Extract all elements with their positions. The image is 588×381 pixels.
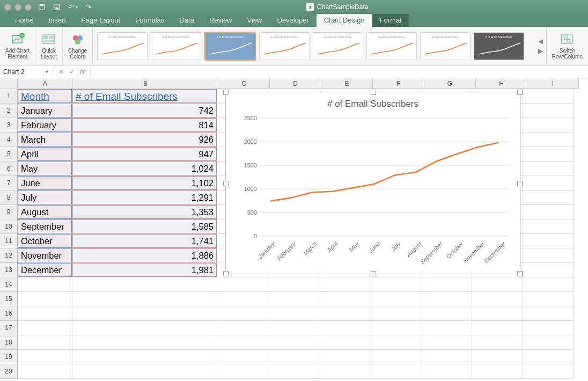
tab-data[interactable]: Data xyxy=(172,14,201,27)
tab-home[interactable]: Home xyxy=(8,14,41,27)
row-header-9[interactable]: 9 xyxy=(0,205,18,219)
cell-F19[interactable] xyxy=(370,350,421,364)
redo-icon[interactable]: ↷ xyxy=(85,3,92,11)
cell-B15[interactable] xyxy=(72,292,217,306)
column-header-F[interactable]: F xyxy=(373,78,424,89)
column-header-E[interactable]: E xyxy=(321,78,373,89)
tab-view[interactable]: View xyxy=(240,14,270,27)
row-header-14[interactable]: 14 xyxy=(0,277,18,292)
cell-A14[interactable] xyxy=(18,277,72,292)
chevron-down-icon[interactable]: ▼ xyxy=(45,69,49,75)
cell-G19[interactable] xyxy=(421,350,472,364)
confirm-formula-icon[interactable]: ✓ xyxy=(69,68,75,76)
cell-I13[interactable] xyxy=(523,263,574,277)
cell-C16[interactable] xyxy=(217,306,268,321)
cell-G14[interactable] xyxy=(421,277,472,292)
cell-A19[interactable] xyxy=(18,350,72,364)
cell-A20[interactable] xyxy=(18,364,72,379)
quick-layout-button[interactable]: Quick Layout xyxy=(35,27,63,65)
cell-D16[interactable] xyxy=(268,306,319,321)
column-header-C[interactable]: C xyxy=(218,78,270,89)
cell-B6[interactable]: 1,024 xyxy=(72,162,217,176)
column-header-D[interactable]: D xyxy=(270,78,321,89)
cell-B19[interactable] xyxy=(72,350,217,364)
cell-G17[interactable] xyxy=(421,321,472,335)
cell-I17[interactable] xyxy=(523,321,574,335)
row-header-6[interactable]: 6 xyxy=(0,162,18,176)
cell-A18[interactable] xyxy=(18,335,72,350)
row-header-13[interactable]: 13 xyxy=(0,263,18,277)
change-colors-button[interactable]: Change Colors xyxy=(63,27,93,65)
cell-B12[interactable]: 1,886 xyxy=(72,248,217,263)
cell-E19[interactable] xyxy=(319,350,370,364)
cell-G15[interactable] xyxy=(421,292,472,306)
chart-style-7[interactable]: # of Email Subscribers xyxy=(420,32,471,60)
chart-styles-nav[interactable]: ◀ ▶ xyxy=(535,27,546,65)
cell-B1[interactable]: # of Email Subscribers xyxy=(72,89,217,104)
add-chart-element-button[interactable]: + Add Chart Element xyxy=(0,27,35,65)
cell-I20[interactable] xyxy=(523,364,574,379)
row-header-5[interactable]: 5 xyxy=(0,147,18,162)
row-header-19[interactable]: 19 xyxy=(0,350,18,364)
row-header-10[interactable]: 10 xyxy=(0,219,18,234)
row-header-17[interactable]: 17 xyxy=(0,321,18,335)
chart-style-1[interactable]: # of Email Subscribers xyxy=(97,32,148,60)
cell-B2[interactable]: 742 xyxy=(72,104,217,118)
tab-chart-design[interactable]: Chart Design xyxy=(317,14,372,27)
cell-A4[interactable]: March xyxy=(18,133,72,147)
cell-B17[interactable] xyxy=(72,321,217,335)
cell-A9[interactable]: August xyxy=(18,205,72,219)
cell-A17[interactable] xyxy=(18,321,72,335)
cell-D19[interactable] xyxy=(268,350,319,364)
cell-B20[interactable] xyxy=(72,364,217,379)
window-controls[interactable] xyxy=(4,4,32,11)
cell-C20[interactable] xyxy=(217,364,268,379)
cell-C18[interactable] xyxy=(217,335,268,350)
row-header-3[interactable]: 3 xyxy=(0,118,18,133)
cell-B3[interactable]: 814 xyxy=(72,118,217,133)
cell-A8[interactable]: July xyxy=(18,190,72,205)
select-all-corner[interactable] xyxy=(0,78,18,89)
chart-plot-area[interactable]: 05001000150020002500 xyxy=(239,116,512,239)
switch-row-column-button[interactable]: Switch Row/Column xyxy=(546,27,588,65)
cell-A3[interactable]: February xyxy=(18,118,72,133)
chevron-right-icon[interactable]: ▶ xyxy=(538,47,543,55)
chart-style-5[interactable]: # of Email Subscribers xyxy=(313,32,363,60)
cell-B16[interactable] xyxy=(72,306,217,321)
row-header-12[interactable]: 12 xyxy=(0,248,18,263)
cell-B4[interactable]: 926 xyxy=(72,133,217,147)
cell-I3[interactable] xyxy=(523,118,574,133)
cell-A2[interactable]: January xyxy=(18,104,72,118)
row-header-2[interactable]: 2 xyxy=(0,104,18,118)
cell-F14[interactable] xyxy=(370,277,421,292)
cell-I6[interactable] xyxy=(523,162,574,176)
column-header-G[interactable]: G xyxy=(424,78,476,89)
tab-page-layout[interactable]: Page Layout xyxy=(74,14,128,27)
row-header-4[interactable]: 4 xyxy=(0,133,18,147)
cancel-formula-icon[interactable]: ✕ xyxy=(58,68,64,76)
cell-A16[interactable] xyxy=(18,306,72,321)
cell-D14[interactable] xyxy=(268,277,319,292)
cell-I8[interactable] xyxy=(523,190,574,205)
name-box[interactable]: Chart 2 ▼ xyxy=(0,66,53,78)
cell-F15[interactable] xyxy=(370,292,421,306)
cell-C14[interactable] xyxy=(217,277,268,292)
fx-icon[interactable]: fx xyxy=(80,68,85,76)
close-window-icon[interactable] xyxy=(4,4,11,11)
cell-B10[interactable]: 1,585 xyxy=(72,219,217,234)
cell-I1[interactable] xyxy=(523,89,574,104)
column-header-H[interactable]: H xyxy=(476,78,527,89)
cell-H15[interactable] xyxy=(472,292,523,306)
zoom-window-icon[interactable] xyxy=(25,4,32,11)
cell-I10[interactable] xyxy=(523,219,574,234)
cell-A6[interactable]: May xyxy=(18,162,72,176)
tab-developer[interactable]: Developer xyxy=(269,14,316,27)
column-header-I[interactable]: I xyxy=(527,78,579,89)
row-header-18[interactable]: 18 xyxy=(0,335,18,350)
cell-C19[interactable] xyxy=(217,350,268,364)
cell-F20[interactable] xyxy=(370,364,421,379)
cell-H20[interactable] xyxy=(472,364,523,379)
embedded-chart[interactable]: # of Email Subscribers 05001000150020002… xyxy=(225,92,520,274)
cell-F16[interactable] xyxy=(370,306,421,321)
cell-B9[interactable]: 1,353 xyxy=(72,205,217,219)
